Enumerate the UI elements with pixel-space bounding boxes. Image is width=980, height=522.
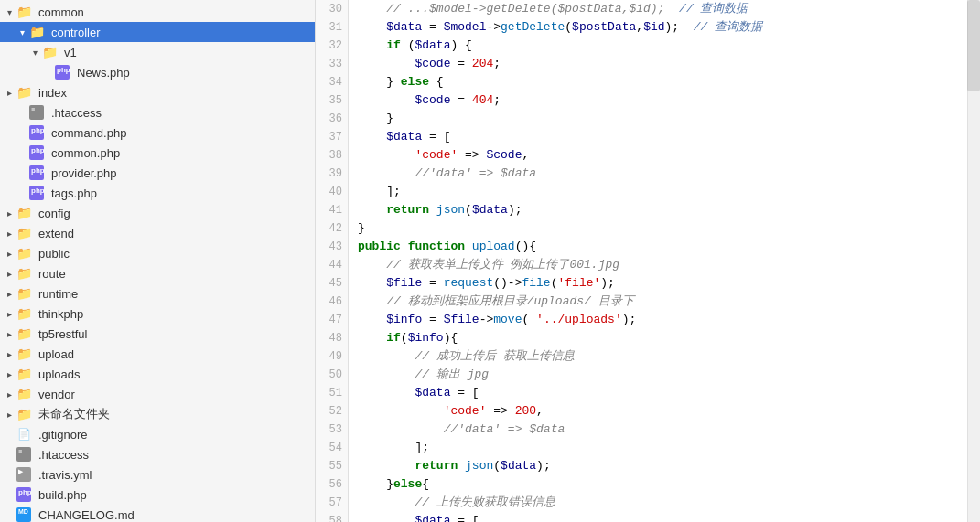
tree-item-travis[interactable]: ▶.travis.yml xyxy=(0,464,315,485)
tree-label: vendor xyxy=(38,388,75,401)
line-number: 58 xyxy=(319,512,342,522)
tree-label: .htaccess xyxy=(51,106,102,120)
tree-label: provider.php xyxy=(51,166,117,180)
tree-label: CHANGELOG.md xyxy=(38,508,135,522)
tree-arrow: ▾ xyxy=(4,6,15,17)
folder-icon: 📁 xyxy=(16,206,31,220)
tree-item-vendor[interactable]: ▸📁vendor xyxy=(0,384,315,404)
tree-item-config[interactable]: ▸📁config xyxy=(0,203,315,223)
code-line: $data = [ xyxy=(358,128,958,146)
code-lines: // ...$model->getDelete($postData,$id); … xyxy=(349,0,967,522)
folder-icon: 📁 xyxy=(16,367,31,381)
code-content[interactable]: 3031323334353637383940414243444546474849… xyxy=(316,0,980,522)
folder-icon: 📁 xyxy=(16,266,31,281)
folder-icon: 📁 xyxy=(16,387,31,401)
tree-item-controller[interactable]: ▾📁controller xyxy=(0,22,315,42)
folder-icon: 📁 xyxy=(42,45,57,59)
code-line: $data = [ xyxy=(358,384,958,402)
code-line: // 成功上传后 获取上传信息 xyxy=(358,347,958,366)
tree-arrow: ▸ xyxy=(4,248,15,259)
tree-label: tp5restful xyxy=(38,327,87,341)
tree-item-gitignore[interactable]: 📄.gitignore xyxy=(0,424,315,444)
tree-label: .travis.yml xyxy=(38,468,92,482)
code-line: ]; xyxy=(358,439,958,457)
tree-arrow: ▸ xyxy=(4,328,15,339)
tree-label: common xyxy=(38,5,84,19)
line-number: 37 xyxy=(319,128,342,146)
tree-item-common-php[interactable]: phpcommon.php xyxy=(0,143,315,163)
scroll-indicator[interactable] xyxy=(967,0,980,522)
tree-item-extend[interactable]: ▸📁extend xyxy=(0,223,315,243)
code-line: } xyxy=(358,110,958,128)
tree-arrow xyxy=(16,167,27,178)
md-icon: MD xyxy=(16,507,31,522)
tree-item-thinkphp[interactable]: ▸📁thinkphp xyxy=(0,304,315,324)
tree-item-unnamed[interactable]: ▸📁未命名文件夹 xyxy=(0,404,315,424)
line-number: 52 xyxy=(319,402,342,421)
tree-item-public[interactable]: ▸📁public xyxy=(0,243,315,263)
tree-item-changelog[interactable]: MDCHANGELOG.md xyxy=(0,505,315,522)
code-line: } xyxy=(358,219,958,238)
line-number: 54 xyxy=(319,439,342,457)
tree-arrow: ▸ xyxy=(4,268,15,279)
tree-item-runtime[interactable]: ▸📁runtime xyxy=(0,283,315,304)
tree-item-tags-php[interactable]: phptags.php xyxy=(0,183,315,203)
php-icon: php xyxy=(55,65,70,80)
tree-item-htaccess2[interactable]: ≡.htaccess xyxy=(0,444,315,464)
line-number: 56 xyxy=(319,475,342,494)
line-number: 48 xyxy=(319,329,342,347)
line-number: 36 xyxy=(319,110,342,128)
tree-arrow: ▾ xyxy=(16,27,27,37)
tree-item-v1[interactable]: ▾📁v1 xyxy=(0,42,315,62)
travis-icon: ▶ xyxy=(16,467,31,482)
tree-item-tp5restful[interactable]: ▸📁tp5restful xyxy=(0,324,315,344)
line-number: 30 xyxy=(319,0,342,18)
code-line: $file = request()->file('file'); xyxy=(358,274,958,293)
folder-icon: 📁 xyxy=(16,246,31,261)
code-line: 'code' => $code, xyxy=(358,146,958,165)
folder-icon: 📁 xyxy=(29,25,44,39)
tree-item-upload[interactable]: ▸📁upload xyxy=(0,344,315,364)
tree-label: 未命名文件夹 xyxy=(38,406,110,422)
tree-item-provider-php[interactable]: phpprovider.php xyxy=(0,163,315,183)
tree-item-htaccess1[interactable]: ≡.htaccess xyxy=(0,102,315,123)
tree-arrow: ▸ xyxy=(4,208,15,218)
tree-item-uploads[interactable]: ▸📁uploads xyxy=(0,364,315,384)
tree-item-route[interactable]: ▸📁route xyxy=(0,263,315,283)
tree-label: build.php xyxy=(38,488,87,502)
code-line: // ...$model->getDelete($postData,$id); … xyxy=(358,0,958,18)
line-number: 32 xyxy=(319,37,342,55)
tree-label: News.php xyxy=(77,66,130,80)
tree-item-common[interactable]: ▾📁common xyxy=(0,2,315,22)
tree-arrow xyxy=(4,469,15,480)
code-line: if ($data) { xyxy=(358,37,958,55)
folder-icon: 📁 xyxy=(16,85,31,100)
tree-label: upload xyxy=(38,347,74,361)
tree-item-index[interactable]: ▸📁index xyxy=(0,82,315,102)
code-line: // 获取表单上传文件 例如上传了001.jpg xyxy=(358,256,958,274)
tree-label: v1 xyxy=(64,46,77,59)
tree-arrow: ▾ xyxy=(29,47,40,58)
php-icon: php xyxy=(16,487,31,502)
folder-icon: 📁 xyxy=(16,286,31,301)
tree-arrow xyxy=(16,127,27,138)
folder-icon: 📁 xyxy=(16,326,31,341)
line-number: 38 xyxy=(319,146,342,165)
line-number: 47 xyxy=(319,311,342,329)
line-number: 55 xyxy=(319,457,342,475)
tree-arrow: ▸ xyxy=(4,87,15,98)
tree-item-build-php[interactable]: phpbuild.php xyxy=(0,485,315,505)
tree-arrow xyxy=(42,67,53,78)
tree-arrow xyxy=(16,107,27,118)
php-icon: php xyxy=(29,165,44,180)
htaccess-icon: ≡ xyxy=(16,447,31,462)
code-line: $info = $file->move( '../uploads'); xyxy=(358,311,958,329)
tree-label: command.php xyxy=(51,126,126,140)
line-number: 33 xyxy=(319,55,342,73)
file-tree: ▾📁common▾📁controller▾📁v1phpNews.php▸📁ind… xyxy=(0,0,316,522)
tree-item-command-php[interactable]: phpcommand.php xyxy=(0,123,315,143)
tree-item-news-php[interactable]: phpNews.php xyxy=(0,62,315,82)
code-line: return json($data); xyxy=(358,457,958,475)
code-line: // 输出 jpg xyxy=(358,366,958,384)
tree-arrow: ▸ xyxy=(4,308,15,319)
